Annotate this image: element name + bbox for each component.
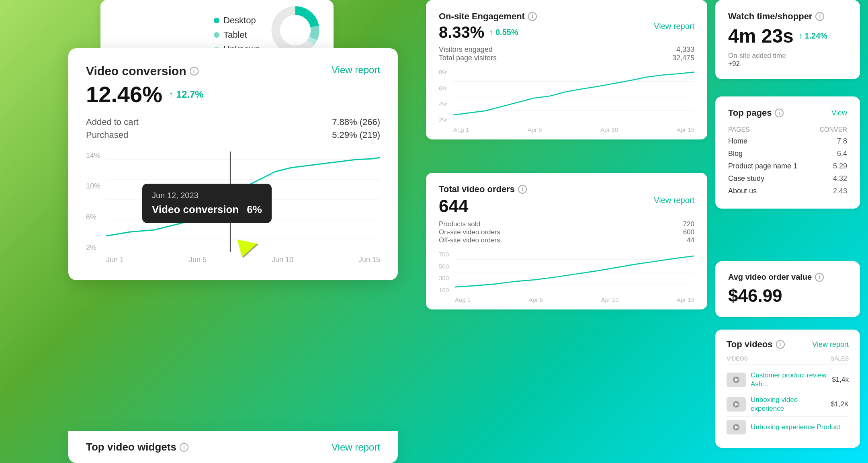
watch-time-metric: 4m 23s (728, 25, 794, 47)
bottom-widget-title: Top video widgets i (86, 441, 188, 453)
total-orders-info-icon[interactable]: i (518, 185, 527, 194)
orders-chart-svg (455, 251, 694, 293)
watch-time-change: ↑ 1.24% (798, 31, 827, 41)
top-videos-info-icon[interactable]: i (776, 340, 785, 349)
top-videos-view-report[interactable]: View report (812, 340, 849, 349)
video-conversion-card: Video conversion i View report 12.46% ↑ … (68, 48, 398, 280)
engagement-title-group: On-site Engagement i 8.33% ↑ 0.55% (439, 11, 537, 41)
top-pages-card: Top pages i View PAGES CONVER Home 7.8 B… (715, 96, 860, 209)
watch-time-metric-group: 4m 23s ↑ 1.24% (728, 25, 847, 47)
top-pages-view[interactable]: View (831, 109, 847, 117)
engagement-chart: 8% 6% 4% 2% Aug 1 Apr 5 Apr 10 Apr 15 (439, 69, 694, 133)
engagement-title: On-site Engagement i (439, 11, 537, 22)
purchased-row: Purchased 5.29% (219) (86, 130, 380, 140)
engagement-chart-svg (453, 69, 694, 123)
purchased-value: 5.29% (219) (332, 130, 380, 140)
engagement-row-values: 4,333 32,475 (672, 45, 694, 62)
video-conversion-chart: 14% 10% 6% 2% Jun 12, 2023 (86, 152, 380, 264)
tablet-dot (214, 32, 219, 38)
video-sales-2: $1,2K (831, 400, 849, 408)
chart-svg: Jun 12, 2023 Video conversion 6% ▶ (106, 152, 380, 252)
total-orders-rows: Products sold On-site video orders Off-s… (439, 220, 694, 244)
y-2: 2% (86, 244, 100, 252)
avg-order-title: Avg video order value i (728, 272, 847, 282)
top-videos-title: Top videos i (727, 339, 785, 350)
tooltip-row: Video conversion 6% (152, 203, 262, 216)
orders-y-labels: 700 500 300 100 (439, 251, 449, 293)
engagement-rows: Visitors engaged Total page visitors 4,3… (439, 45, 694, 62)
engagement-metric: 8.33% (439, 23, 484, 41)
x-jun10: Jun 10 (272, 256, 293, 264)
bottom-widget-header: Top video widgets i View report (86, 441, 380, 453)
tooltip-date: Jun 12, 2023 (152, 191, 262, 200)
table-row: Case study 4.32 (728, 172, 847, 185)
video-item-2: Unboxing video experience $1,2K (727, 392, 849, 417)
pages-col-header: PAGES (728, 125, 813, 135)
metric-value: 12.46% (86, 81, 162, 107)
top-pages-header: Top pages i View (728, 108, 847, 118)
value-case-study: 4.32 (813, 172, 847, 185)
chart-tooltip: Jun 12, 2023 Video conversion 6% (142, 184, 272, 223)
engagement-row-labels: Visitors engaged Total page visitors (439, 45, 497, 62)
video-thumb-3 (727, 420, 746, 434)
top-videos-header: Top videos i View report (727, 339, 849, 350)
bottom-widget-info-icon[interactable]: i (180, 443, 188, 452)
page-product: Product page name 1 (728, 160, 813, 172)
engagement-change: ↑ 0.55% (489, 28, 518, 37)
total-orders-header: Total video orders i 644 View report (439, 184, 694, 216)
watch-time-info-icon[interactable]: i (815, 12, 824, 21)
table-row: Product page name 1 5.29 (728, 160, 847, 172)
page-visitors-label: Total page visitors (439, 54, 497, 62)
watch-time-label: On-site added time (728, 52, 847, 60)
table-row: Home 7.8 (728, 135, 847, 148)
top-pages-info-icon[interactable]: i (775, 109, 784, 117)
top-videos-card: Top videos i View report VIDEOS SALES Cu… (715, 330, 860, 448)
engagement-y-labels: 8% 6% 4% 2% (439, 69, 448, 123)
total-orders-values: 720 600 44 (683, 220, 694, 244)
orders-x-labels: Aug 1 Apr 5 Apr 10 Apr 15 (455, 296, 694, 303)
desktop-label: Desktop (223, 15, 256, 26)
page-case-study: Case study (728, 172, 813, 185)
engagement-info-icon[interactable]: i (528, 12, 537, 21)
value-product: 5.29 (813, 160, 847, 172)
watch-time-title: Watch time/shopper i (728, 11, 847, 22)
avg-order-metric: $46.99 (728, 286, 847, 306)
avg-order-info-icon[interactable]: i (815, 273, 824, 282)
view-report-link[interactable]: View report (332, 64, 380, 76)
total-orders-view-report[interactable]: View report (654, 196, 694, 205)
x-jun15: Jun 15 (358, 256, 380, 264)
visitors-label: Visitors engaged (439, 45, 497, 54)
top-pages-title: Top pages i (728, 108, 784, 118)
table-row: About us 2.43 (728, 185, 847, 197)
avg-order-value-card: Avg video order value i $46.99 (715, 261, 860, 317)
value-blog: 6.4 (813, 148, 847, 160)
total-orders-title-text: Total video orders (439, 184, 515, 195)
tooltip-label: Video conversion (152, 203, 239, 216)
table-row: Blog 6.4 (728, 148, 847, 160)
legend-item-desktop: Desktop 22% (214, 15, 447, 26)
watch-time-value: +92 (728, 60, 847, 68)
engagement-x-labels: Aug 1 Apr 5 Apr 10 Apr 15 (453, 126, 694, 133)
y-6: 6% (86, 213, 100, 221)
total-orders-metric: 644 (439, 196, 527, 216)
page-about: About us (728, 185, 813, 197)
total-video-orders-card: Total video orders i 644 View report Pro… (426, 173, 707, 309)
conver-col-header: CONVER (813, 125, 847, 135)
engagement-view-report[interactable]: View report (654, 22, 694, 31)
bottom-widget-view-report[interactable]: View report (332, 442, 380, 453)
video-thumb-1 (727, 373, 746, 387)
added-to-cart-label: Added to cart (86, 117, 139, 127)
video-conversion-metric: 12.46% ↑ 12.7% (86, 81, 380, 107)
video-item-1: Customer product review Ash... $1,4k (727, 368, 849, 392)
y-10: 10% (86, 182, 100, 191)
desktop-dot (214, 18, 219, 23)
visitors-value: 4,333 (672, 45, 694, 54)
video-item-3: Unboxing experience Product (727, 417, 849, 438)
purchased-label: Purchased (86, 130, 128, 140)
x-jun5: Jun 5 (189, 256, 207, 264)
legend-item-tablet: Tablet 10% (214, 30, 447, 40)
info-icon[interactable]: i (190, 67, 199, 76)
chart-y-labels: 14% 10% 6% 2% (86, 152, 100, 252)
video-title-1: Customer product review Ash... (751, 371, 827, 389)
page-home: Home (728, 135, 813, 148)
